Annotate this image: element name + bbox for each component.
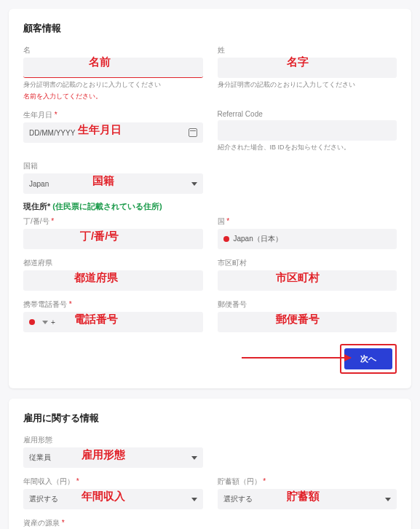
last-name-label: 名 [23, 45, 203, 55]
street-label: 丁/番/号 * [23, 216, 203, 227]
referral-helper: 紹介された場合、IB IDをお知らせください。 [218, 143, 397, 152]
referral-label: Referral Code [218, 110, 397, 118]
prefecture-label: 都道府県 [23, 258, 203, 268]
country-label: 国 * [218, 216, 397, 227]
nationality-select[interactable]: Japan [23, 173, 203, 194]
dob-label: 生年月日 * [23, 110, 203, 120]
flag-jp-icon [223, 236, 229, 242]
postal-label: 郵便番号 [218, 299, 397, 310]
card-title: 雇用に関する情報 [23, 412, 397, 425]
select-placeholder: 選択する [29, 494, 58, 504]
dob-placeholder: DD/MM/YYYY [29, 129, 75, 137]
arrow-icon [242, 357, 351, 358]
source-label: 資産の源泉 * [23, 518, 203, 528]
select-placeholder: 選択する [223, 494, 253, 504]
income-select[interactable]: 選択する [23, 489, 203, 509]
nationality-label: 国籍 [23, 161, 203, 171]
employment-info-card: 雇用に関する情報 雇用形態 従業員 雇用形態 年間収入（円） * 選択する 年間… [9, 399, 411, 529]
street-input[interactable] [23, 229, 203, 249]
city-label: 市区町村 [218, 258, 397, 268]
savings-label: 貯蓄額（円） * [218, 477, 397, 487]
first-name-label: 姓 [218, 45, 397, 55]
customer-info-card: 顧客情報 名 身分証明書の記載のとおりに入力してください 名前を入力してください… [9, 9, 411, 388]
employment-value: 従業員 [29, 452, 51, 463]
id-helper-left: 身分証明書の記載のとおりに入力してください [23, 80, 203, 90]
name-error: 名前を入力してください。 [23, 92, 203, 101]
first-name-input[interactable] [218, 58, 397, 78]
chevron-down-icon [191, 456, 197, 460]
employment-label: 雇用形態 [23, 435, 203, 445]
prefecture-input[interactable] [23, 270, 203, 291]
address-heading: 現住所* (住民票に記載されている住所) [23, 201, 397, 212]
country-value: Japan（日本） [234, 234, 282, 244]
country-select[interactable]: Japan（日本） [218, 229, 397, 249]
nationality-value: Japan [29, 180, 49, 188]
savings-select[interactable]: 選択する [218, 489, 397, 509]
id-helper-right: 身分証明書の記載のとおりに入力してください [218, 80, 397, 90]
dob-input[interactable]: DD/MM/YYYY [23, 122, 203, 143]
card-title: 顧客情報 [23, 22, 397, 35]
phone-label: 携帯電話番号 * [23, 299, 203, 310]
chevron-down-icon [385, 498, 391, 501]
phone-input[interactable]: + [23, 312, 203, 332]
last-name-input[interactable] [23, 58, 203, 78]
employment-select[interactable]: 従業員 [23, 447, 203, 468]
income-label: 年間収入（円） * [23, 477, 203, 487]
city-input[interactable] [218, 270, 397, 291]
referral-input[interactable] [218, 120, 397, 141]
calendar-icon [189, 128, 197, 137]
postal-input[interactable] [218, 312, 397, 332]
chevron-down-icon [191, 498, 197, 501]
chevron-down-icon [42, 321, 48, 324]
flag-jp-icon [29, 319, 35, 325]
chevron-down-icon [191, 182, 197, 186]
